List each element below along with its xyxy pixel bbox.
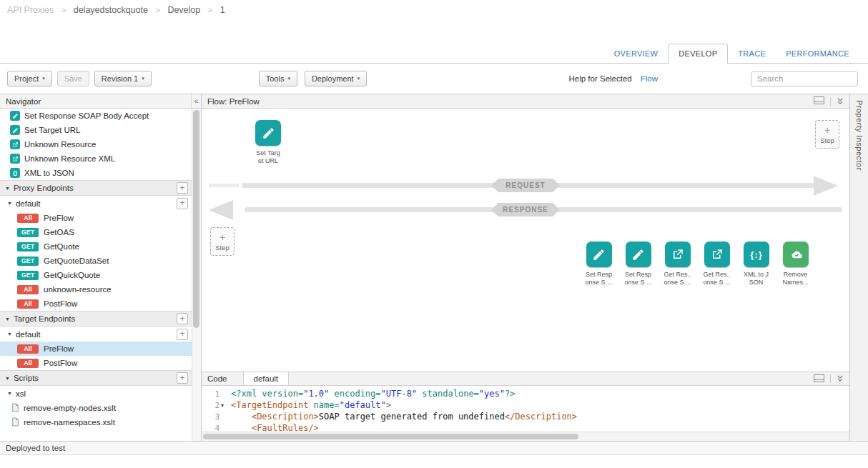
collapse-panel-chevron-icon[interactable] (837, 97, 844, 106)
caret-down-icon: ▾ (357, 76, 360, 81)
tab-overview[interactable]: OVERVIEW (604, 44, 669, 63)
tools-menu-button[interactable]: Tools ▾ (259, 71, 297, 86)
code-header: Code default (202, 372, 849, 386)
section-scripts[interactable]: ▼ Scripts + (0, 370, 192, 386)
script-file-remove-empty-nodes[interactable]: remove-empty-nodes.xslt (0, 401, 192, 415)
project-menu-button[interactable]: Project ▾ (7, 71, 52, 86)
policy-item-set-target-url[interactable]: Set Target URL (0, 123, 192, 137)
code-tab-default[interactable]: default (243, 372, 290, 385)
tab-bar: OVERVIEW DEVELOP TRACE PERFORMANCE (0, 44, 868, 64)
script-file-remove-namespaces[interactable]: remove-namespaces.xslt (0, 415, 192, 429)
add-target-flow-button[interactable]: + (177, 329, 188, 340)
breadcrumb-api-proxies[interactable]: API Proxies (7, 5, 54, 15)
breadcrumb-separator: > (61, 6, 66, 14)
toolbar: Project ▾ Save Revision 1 ▾ Tools ▾ Depl… (0, 64, 868, 94)
disclosure-triangle-icon: ▼ (7, 332, 12, 337)
help-flow-link[interactable]: Flow (641, 74, 658, 83)
proxy-flow-getquickquote[interactable]: GET GetQuickQuote (0, 268, 192, 282)
tab-performance[interactable]: PERFORMANCE (776, 44, 859, 63)
collapse-panel-chevron-icon[interactable] (837, 374, 844, 383)
toolbar-left-group: Project ▾ Save Revision 1 ▾ (7, 71, 152, 86)
code-line[interactable]: 1 <?xml version="1.0" encoding="UTF-8" s… (202, 388, 849, 399)
pencil-icon (10, 111, 20, 121)
code-line[interactable]: 3 <Description>SOAP target generated fro… (202, 411, 849, 422)
revision-menu-button[interactable]: Revision 1 ▾ (94, 71, 152, 86)
proxy-flow-getquote[interactable]: GET GetQuote (0, 239, 192, 254)
proxy-flow-unknown-resource[interactable]: All unknown-resource (0, 282, 192, 297)
property-inspector-label: Property Inspector (855, 100, 864, 171)
policy-item-xml-to-json[interactable]: {} XML to JSON (0, 166, 192, 180)
breadcrumb-proxy-name[interactable]: delayedstockquote (74, 5, 148, 15)
add-target-endpoint-button[interactable]: + (177, 313, 188, 324)
scrollbar-thumb[interactable] (193, 110, 199, 328)
scrollbar-thumb[interactable] (203, 434, 578, 439)
panel-layout-icon[interactable] (814, 96, 824, 106)
flow-step-remove-namespaces[interactable]: RemoveNames... (776, 242, 815, 286)
deployment-menu-button[interactable]: Deployment ▾ (305, 71, 367, 86)
caret-down-icon: ▾ (142, 76, 144, 81)
code-editor[interactable]: 1 <?xml version="1.0" encoding="UTF-8" s… (202, 386, 849, 441)
flow-header: Flow: PreFlow (202, 94, 849, 109)
disclosure-triangle-icon: ▼ (7, 201, 12, 206)
save-button[interactable]: Save (57, 71, 89, 86)
section-proxy-endpoints[interactable]: ▼ Proxy Endpoints + (0, 180, 192, 196)
braces-icon: {↕} (744, 242, 769, 267)
flow-title: Flow: PreFlow (207, 97, 260, 106)
add-proxy-flow-button[interactable]: + (177, 198, 188, 209)
add-step-button-request[interactable]: + Step (815, 120, 839, 149)
search-input[interactable] (751, 71, 858, 86)
method-badge: GET (17, 228, 39, 237)
add-script-button[interactable]: + (177, 372, 188, 384)
response-steps-row: Set Response S ... Set Response S ... Ge… (579, 242, 815, 286)
add-proxy-endpoint-button[interactable]: + (177, 182, 188, 194)
breadcrumb-develop[interactable]: Develop (167, 5, 200, 15)
flow-step-get-response-2[interactable]: Get Res..onse S ... (697, 242, 736, 286)
panel-layout-icon[interactable] (814, 374, 824, 384)
flow-step-get-response-1[interactable]: Get Res..onse S ... (658, 242, 697, 286)
flow-step-set-target-url[interactable]: Set Targ et URL (248, 120, 288, 164)
request-label: REQUEST (491, 179, 560, 192)
method-badge: GET (17, 257, 39, 266)
policy-item-set-response-soap-body-accept[interactable]: Set Response SOAP Body Accept (0, 109, 192, 123)
target-endpoint-default[interactable]: ▼ default + (0, 327, 192, 342)
method-badge: All (17, 344, 39, 354)
section-target-endpoints[interactable]: ▼ Target Endpoints + (0, 311, 192, 327)
proxy-flow-getoas[interactable]: GET GetOAS (0, 225, 192, 239)
flow-step-set-response-2[interactable]: Set Response S ... (618, 242, 658, 286)
tab-develop[interactable]: DEVELOP (668, 44, 728, 64)
breadcrumb: API Proxies > delayedstockquote > Develo… (0, 0, 868, 19)
flow-canvas[interactable]: Set Targ et URL + Step REQUEST RESPONSE … (202, 109, 849, 372)
breadcrumb-separator: > (208, 6, 212, 14)
pencil-icon (586, 242, 612, 267)
callout-icon (665, 242, 691, 267)
navigator-title: Navigator (0, 97, 191, 106)
response-arrow-icon (209, 200, 233, 220)
code-panel-title: Code (202, 374, 233, 383)
breadcrumb-revision[interactable]: 1 (220, 5, 225, 15)
scripts-group-xsl[interactable]: ▼ xsl (0, 386, 192, 401)
toolbar-middle-group: Tools ▾ Deployment ▾ (259, 71, 367, 86)
navigator-scrollbar[interactable] (192, 109, 201, 441)
code-horizontal-scrollbar[interactable] (202, 432, 849, 441)
proxy-flow-getquotedataset[interactable]: GET GetQuoteDataSet (0, 254, 192, 268)
proxy-endpoint-default[interactable]: ▼ default + (0, 196, 192, 211)
divider (830, 374, 831, 383)
flow-step-xml-to-json[interactable]: {↕} XML to JSON (736, 242, 776, 286)
tab-trace[interactable]: TRACE (728, 44, 776, 63)
callout-icon (10, 154, 20, 164)
collapse-navigator-icon[interactable]: « (191, 94, 201, 108)
method-badge: All (17, 214, 39, 223)
add-step-button-response[interactable]: + Step (210, 227, 235, 256)
proxy-flow-preflow[interactable]: All PreFlow (0, 211, 192, 225)
code-line[interactable]: 2 ▾ <TargetEndpoint name="default"> (202, 399, 849, 411)
file-icon (11, 403, 19, 414)
flow-step-set-response-1[interactable]: Set Response S ... (579, 242, 618, 286)
target-flow-postflow[interactable]: All PostFlow (0, 356, 192, 370)
fold-marker-icon[interactable]: ▾ (220, 402, 227, 409)
policy-item-unknown-resource-xml[interactable]: Unknown Resource XML (0, 151, 192, 166)
proxy-flow-postflow[interactable]: All PostFlow (0, 297, 192, 311)
target-flow-preflow-selected[interactable]: All PreFlow (0, 342, 192, 356)
property-inspector-strip[interactable]: Property Inspector (849, 94, 868, 441)
line-number: 2 (214, 401, 220, 410)
policy-item-unknown-resource[interactable]: Unknown Resource (0, 137, 192, 151)
